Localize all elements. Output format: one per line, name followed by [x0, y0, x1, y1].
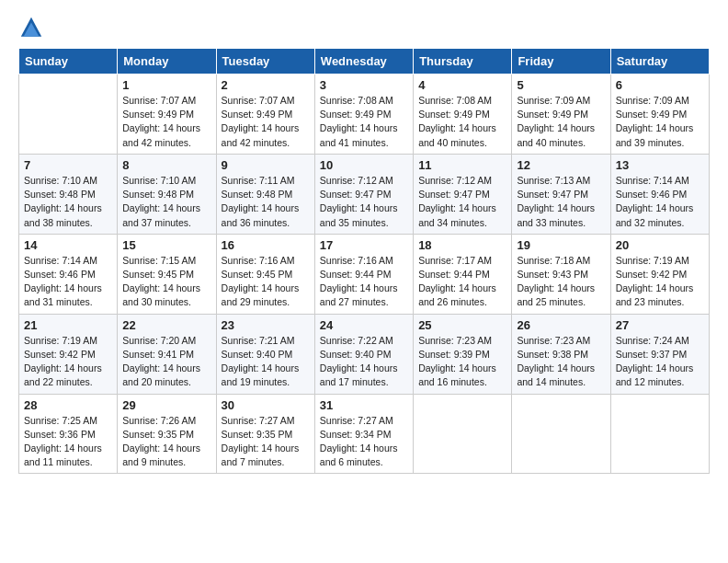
day-info: Sunrise: 7:25 AM Sunset: 9:36 PM Dayligh…: [24, 414, 112, 470]
day-number: 17: [320, 238, 408, 252]
weekday-header-thursday: Thursday: [414, 49, 512, 75]
calendar-week-row: 21Sunrise: 7:19 AM Sunset: 9:42 PM Dayli…: [19, 314, 710, 394]
calendar-week-row: 7Sunrise: 7:10 AM Sunset: 9:48 PM Daylig…: [19, 154, 710, 234]
calendar-cell: 4Sunrise: 7:08 AM Sunset: 9:49 PM Daylig…: [414, 75, 512, 155]
weekday-header-monday: Monday: [118, 49, 216, 75]
calendar-cell: 24Sunrise: 7:22 AM Sunset: 9:40 PM Dayli…: [314, 314, 413, 394]
calendar-cell: 11Sunrise: 7:12 AM Sunset: 9:47 PM Dayli…: [414, 154, 512, 234]
calendar-cell: 12Sunrise: 7:13 AM Sunset: 9:47 PM Dayli…: [512, 154, 610, 234]
calendar-cell: 28Sunrise: 7:25 AM Sunset: 9:36 PM Dayli…: [19, 394, 118, 474]
day-info: Sunrise: 7:07 AM Sunset: 9:49 PM Dayligh…: [222, 94, 310, 150]
day-number: 1: [122, 78, 210, 92]
day-info: Sunrise: 7:09 AM Sunset: 9:49 PM Dayligh…: [616, 94, 704, 150]
calendar-cell: [414, 394, 512, 474]
day-number: 13: [616, 158, 704, 172]
calendar-cell: 18Sunrise: 7:17 AM Sunset: 9:44 PM Dayli…: [414, 234, 512, 314]
calendar-cell: 17Sunrise: 7:16 AM Sunset: 9:44 PM Dayli…: [314, 234, 413, 314]
day-info: Sunrise: 7:18 AM Sunset: 9:43 PM Dayligh…: [517, 254, 605, 310]
day-info: Sunrise: 7:07 AM Sunset: 9:49 PM Dayligh…: [122, 94, 210, 150]
calendar-cell: [19, 75, 118, 155]
calendar-cell: 8Sunrise: 7:10 AM Sunset: 9:48 PM Daylig…: [118, 154, 216, 234]
day-number: 11: [418, 158, 506, 172]
day-number: 25: [418, 318, 506, 332]
day-number: 10: [320, 158, 408, 172]
day-info: Sunrise: 7:10 AM Sunset: 9:48 PM Dayligh…: [24, 174, 112, 230]
day-number: 27: [616, 318, 704, 332]
day-number: 22: [122, 318, 210, 332]
calendar-cell: 9Sunrise: 7:11 AM Sunset: 9:48 PM Daylig…: [216, 154, 314, 234]
day-info: Sunrise: 7:13 AM Sunset: 9:47 PM Dayligh…: [517, 174, 605, 230]
day-info: Sunrise: 7:12 AM Sunset: 9:47 PM Dayligh…: [418, 174, 506, 230]
day-info: Sunrise: 7:20 AM Sunset: 9:41 PM Dayligh…: [122, 334, 210, 390]
day-number: 7: [24, 158, 112, 172]
calendar-week-row: 1Sunrise: 7:07 AM Sunset: 9:49 PM Daylig…: [19, 75, 710, 155]
calendar-cell: 30Sunrise: 7:27 AM Sunset: 9:35 PM Dayli…: [216, 394, 314, 474]
day-number: 21: [24, 318, 112, 332]
weekday-header-friday: Friday: [512, 49, 610, 75]
calendar-week-row: 14Sunrise: 7:14 AM Sunset: 9:46 PM Dayli…: [19, 234, 710, 314]
calendar-cell: 6Sunrise: 7:09 AM Sunset: 9:49 PM Daylig…: [610, 75, 709, 155]
weekday-header-sunday: Sunday: [19, 49, 118, 75]
day-number: 30: [222, 398, 310, 412]
day-info: Sunrise: 7:26 AM Sunset: 9:35 PM Dayligh…: [122, 414, 210, 470]
day-number: 15: [122, 238, 210, 252]
day-number: 14: [24, 238, 112, 252]
calendar-table: SundayMondayTuesdayWednesdayThursdayFrid…: [18, 48, 710, 474]
day-number: 26: [517, 318, 605, 332]
day-number: 6: [616, 78, 704, 92]
day-info: Sunrise: 7:27 AM Sunset: 9:35 PM Dayligh…: [222, 414, 310, 470]
day-number: 31: [320, 398, 408, 412]
calendar-cell: 25Sunrise: 7:23 AM Sunset: 9:39 PM Dayli…: [414, 314, 512, 394]
day-info: Sunrise: 7:08 AM Sunset: 9:49 PM Dayligh…: [320, 94, 408, 150]
weekday-header-wednesday: Wednesday: [314, 49, 413, 75]
calendar-cell: [610, 394, 709, 474]
calendar-cell: 15Sunrise: 7:15 AM Sunset: 9:45 PM Dayli…: [118, 234, 216, 314]
day-number: 3: [320, 78, 408, 92]
calendar-cell: 16Sunrise: 7:16 AM Sunset: 9:45 PM Dayli…: [216, 234, 314, 314]
calendar-cell: 26Sunrise: 7:23 AM Sunset: 9:38 PM Dayli…: [512, 314, 610, 394]
day-info: Sunrise: 7:09 AM Sunset: 9:49 PM Dayligh…: [517, 94, 605, 150]
calendar-cell: 19Sunrise: 7:18 AM Sunset: 9:43 PM Dayli…: [512, 234, 610, 314]
day-number: 19: [517, 238, 605, 252]
day-number: 29: [122, 398, 210, 412]
day-info: Sunrise: 7:14 AM Sunset: 9:46 PM Dayligh…: [24, 254, 112, 310]
calendar-cell: 27Sunrise: 7:24 AM Sunset: 9:37 PM Dayli…: [610, 314, 709, 394]
calendar-cell: 20Sunrise: 7:19 AM Sunset: 9:42 PM Dayli…: [610, 234, 709, 314]
logo: [18, 15, 50, 40]
day-number: 2: [222, 78, 310, 92]
day-info: Sunrise: 7:23 AM Sunset: 9:38 PM Dayligh…: [517, 334, 605, 390]
calendar-cell: 2Sunrise: 7:07 AM Sunset: 9:49 PM Daylig…: [216, 75, 314, 155]
calendar-cell: 13Sunrise: 7:14 AM Sunset: 9:46 PM Dayli…: [610, 154, 709, 234]
calendar-cell: 10Sunrise: 7:12 AM Sunset: 9:47 PM Dayli…: [314, 154, 413, 234]
day-info: Sunrise: 7:23 AM Sunset: 9:39 PM Dayligh…: [418, 334, 506, 390]
day-info: Sunrise: 7:19 AM Sunset: 9:42 PM Dayligh…: [24, 334, 112, 390]
calendar-cell: 3Sunrise: 7:08 AM Sunset: 9:49 PM Daylig…: [314, 75, 413, 155]
day-number: 4: [418, 78, 506, 92]
day-info: Sunrise: 7:19 AM Sunset: 9:42 PM Dayligh…: [616, 254, 704, 310]
logo-icon: [18, 15, 44, 40]
calendar-body: 1Sunrise: 7:07 AM Sunset: 9:49 PM Daylig…: [19, 75, 710, 474]
day-number: 23: [222, 318, 310, 332]
day-info: Sunrise: 7:21 AM Sunset: 9:40 PM Dayligh…: [222, 334, 310, 390]
weekday-header-row: SundayMondayTuesdayWednesdayThursdayFrid…: [19, 49, 710, 75]
day-number: 9: [222, 158, 310, 172]
day-info: Sunrise: 7:12 AM Sunset: 9:47 PM Dayligh…: [320, 174, 408, 230]
day-info: Sunrise: 7:24 AM Sunset: 9:37 PM Dayligh…: [616, 334, 704, 390]
day-number: 8: [122, 158, 210, 172]
day-number: 12: [517, 158, 605, 172]
day-number: 18: [418, 238, 506, 252]
day-info: Sunrise: 7:11 AM Sunset: 9:48 PM Dayligh…: [222, 174, 310, 230]
calendar-cell: [512, 394, 610, 474]
calendar-cell: 23Sunrise: 7:21 AM Sunset: 9:40 PM Dayli…: [216, 314, 314, 394]
day-info: Sunrise: 7:27 AM Sunset: 9:34 PM Dayligh…: [320, 414, 408, 470]
page-header: [18, 15, 710, 40]
day-info: Sunrise: 7:14 AM Sunset: 9:46 PM Dayligh…: [616, 174, 704, 230]
weekday-header-tuesday: Tuesday: [216, 49, 314, 75]
day-info: Sunrise: 7:08 AM Sunset: 9:49 PM Dayligh…: [418, 94, 506, 150]
day-info: Sunrise: 7:17 AM Sunset: 9:44 PM Dayligh…: [418, 254, 506, 310]
calendar-cell: 21Sunrise: 7:19 AM Sunset: 9:42 PM Dayli…: [19, 314, 118, 394]
day-info: Sunrise: 7:22 AM Sunset: 9:40 PM Dayligh…: [320, 334, 408, 390]
day-number: 5: [517, 78, 605, 92]
calendar-week-row: 28Sunrise: 7:25 AM Sunset: 9:36 PM Dayli…: [19, 394, 710, 474]
calendar-cell: 1Sunrise: 7:07 AM Sunset: 9:49 PM Daylig…: [118, 75, 216, 155]
